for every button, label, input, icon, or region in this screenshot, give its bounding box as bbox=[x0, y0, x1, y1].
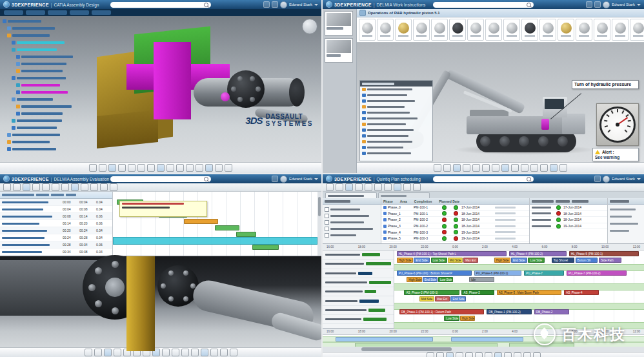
select-icon[interactable] bbox=[326, 183, 334, 191]
legend-row[interactable] bbox=[323, 296, 394, 305]
section-icon[interactable] bbox=[230, 349, 237, 356]
phase-row[interactable]: Phase_2PM-100-218-Jun-2014 bbox=[381, 217, 529, 223]
part-thumbnail[interactable] bbox=[485, 19, 502, 41]
section-icon[interactable] bbox=[482, 164, 490, 172]
layers-icon[interactable] bbox=[504, 352, 512, 357]
tree-item[interactable] bbox=[1, 117, 97, 124]
rotate-icon[interactable] bbox=[201, 349, 208, 356]
schedule-bar[interactable]: PU_Phase-7 bbox=[524, 270, 564, 276]
select-icon[interactable] bbox=[186, 164, 194, 172]
menu-tab[interactable] bbox=[48, 10, 67, 15]
part-thumbnail[interactable] bbox=[521, 19, 538, 41]
shovel-path-row[interactable]: 17-Jun-2014 bbox=[530, 205, 607, 211]
tree-item[interactable] bbox=[1, 74, 97, 81]
detail-panel-header[interactable] bbox=[608, 198, 644, 205]
schedule-bar[interactable]: HL_Phase-4 (PM-100-2) bbox=[509, 251, 567, 256]
task-row[interactable]: 00:0400:080.04 bbox=[0, 206, 112, 213]
schedule-bar[interactable]: Low Side bbox=[444, 316, 459, 321]
zoom-icon[interactable] bbox=[456, 352, 463, 357]
gantt-bar[interactable] bbox=[236, 232, 256, 237]
overview-bar[interactable] bbox=[451, 337, 523, 342]
schedule-bar[interactable]: RB_Phase-1 (PM-100-1) : Return Path bbox=[399, 309, 485, 314]
schedule-bar[interactable]: High Side bbox=[397, 258, 413, 263]
tree-item[interactable] bbox=[1, 67, 97, 74]
share-icon[interactable] bbox=[272, 176, 278, 182]
view-navigation-sphere[interactable] bbox=[302, 19, 317, 34]
schedule-bar[interactable]: Low Side bbox=[431, 258, 447, 263]
phase-row[interactable]: Phase_4PM-100-319-Jun-2014 bbox=[381, 229, 529, 236]
alert-box[interactable]: Alert : See warning bbox=[592, 148, 639, 161]
legend-row[interactable] bbox=[323, 287, 394, 296]
selected-task-row[interactable] bbox=[113, 237, 317, 245]
pan-icon[interactable] bbox=[94, 349, 102, 356]
resource-tree-item[interactable] bbox=[325, 212, 379, 219]
column-header[interactable]: Phase bbox=[383, 199, 393, 203]
process-tree-item[interactable] bbox=[360, 133, 432, 139]
part-thumbnail[interactable] bbox=[594, 19, 610, 41]
highlighted-hydraulic-part[interactable] bbox=[541, 119, 549, 130]
snapshot-icon[interactable] bbox=[501, 164, 509, 172]
alert-action[interactable]: See warning bbox=[595, 155, 636, 159]
zoom-icon[interactable] bbox=[32, 183, 40, 191]
schedule-bar[interactable]: RB_Phase-2 bbox=[534, 309, 569, 314]
process-tree-item[interactable] bbox=[360, 87, 432, 92]
pan-icon[interactable] bbox=[196, 164, 203, 172]
schedule-bar[interactable]: HL_Phase-5 (PM-100-1) bbox=[569, 251, 639, 256]
task-row[interactable]: 00:3400:380.04 bbox=[0, 249, 112, 256]
tree-item[interactable] bbox=[1, 131, 97, 138]
tree-item[interactable] bbox=[1, 60, 97, 67]
tree-item[interactable] bbox=[1, 88, 97, 96]
task-row[interactable]: 00:0800:140.06 bbox=[0, 213, 112, 220]
schedule-bar[interactable]: End Side bbox=[511, 258, 527, 263]
avatar[interactable] bbox=[603, 1, 610, 8]
zoom-icon[interactable] bbox=[114, 349, 121, 356]
section-icon[interactable] bbox=[475, 352, 483, 357]
resource-tree-item[interactable] bbox=[325, 219, 379, 225]
process-tree-item[interactable] bbox=[360, 104, 432, 110]
horizontal-scrollbar[interactable] bbox=[323, 347, 644, 352]
settings-icon[interactable] bbox=[172, 349, 179, 356]
avatar[interactable] bbox=[280, 176, 287, 183]
pan-icon[interactable] bbox=[436, 352, 444, 357]
schedule-bar[interactable]: End Side bbox=[423, 277, 438, 282]
menu-tab[interactable] bbox=[26, 10, 45, 15]
tree-item[interactable] bbox=[1, 110, 97, 117]
select-icon[interactable] bbox=[181, 349, 189, 356]
schedule-bar[interactable]: HL_Phase-4 (PM-100-1) : Top Shovel Path … bbox=[397, 251, 507, 256]
snapshot-icon[interactable] bbox=[394, 183, 401, 191]
rotate-icon[interactable] bbox=[108, 164, 116, 172]
model-tube-endcap[interactable] bbox=[289, 78, 305, 107]
gantt-vertical-scrollbar[interactable] bbox=[317, 192, 321, 256]
task-row[interactable]: 00:2800:340.06 bbox=[0, 241, 112, 249]
column-header[interactable]: Planned Date bbox=[439, 199, 459, 203]
rotate-icon[interactable] bbox=[453, 164, 461, 172]
select-icon[interactable] bbox=[100, 183, 108, 191]
schedule-bar[interactable]: High Side bbox=[407, 277, 421, 282]
schedule-bar[interactable]: Top Shovel bbox=[552, 258, 574, 263]
fit-icon[interactable] bbox=[42, 183, 50, 191]
expand-icon[interactable] bbox=[325, 220, 329, 225]
schedule-bar[interactable]: Mid Side bbox=[448, 258, 463, 263]
task-row[interactable]: 00:2400:280.04 bbox=[0, 234, 112, 241]
task-row[interactable]: 00:2000:240.04 bbox=[0, 227, 112, 234]
legend-row[interactable] bbox=[323, 269, 394, 278]
q2-viewport[interactable]: Turn of hydraulic pressure Alert : See w… bbox=[357, 43, 644, 162]
settings-icon[interactable] bbox=[514, 352, 521, 357]
select-icon[interactable] bbox=[3, 183, 11, 191]
tree-item[interactable] bbox=[1, 53, 97, 60]
task-row[interactable]: 00:1400:200.06 bbox=[0, 220, 112, 227]
schedule-bar[interactable]: PU_Phase-6 (PM-100) : Bottom Shovel P bbox=[397, 270, 472, 276]
rotate-icon[interactable] bbox=[23, 183, 30, 191]
snapshot-icon[interactable] bbox=[71, 183, 79, 191]
schedule-bar[interactable]: Low Side bbox=[528, 258, 544, 263]
measure-icon[interactable] bbox=[492, 164, 499, 172]
share-icon[interactable] bbox=[594, 176, 601, 182]
help-icon[interactable] bbox=[272, 1, 278, 8]
select-icon[interactable] bbox=[85, 349, 92, 356]
column-header[interactable]: Area bbox=[400, 199, 407, 203]
compass-logo-icon[interactable] bbox=[3, 176, 10, 182]
plan-thumbnail-card[interactable] bbox=[325, 11, 353, 36]
tree-item[interactable] bbox=[1, 96, 97, 103]
expand-icon[interactable] bbox=[325, 227, 329, 231]
tree-item[interactable] bbox=[1, 32, 97, 39]
